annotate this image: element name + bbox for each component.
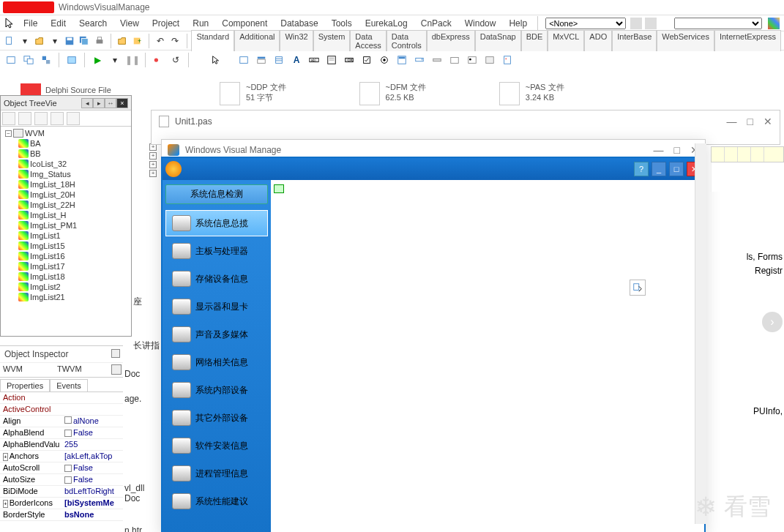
comp-memo[interactable] — [324, 52, 340, 68]
property-row[interactable]: AlphaBlendValu255 — [0, 439, 123, 451]
sidebar-item[interactable]: 显示器和显卡 — [165, 293, 268, 320]
menu-eurekalog[interactable]: EurekaLog — [359, 17, 414, 30]
save-button[interactable] — [63, 33, 76, 49]
property-row[interactable]: +BorderIcons[biSystemMe — [0, 498, 123, 509]
property-row[interactable]: BiDiModebdLeftToRight — [0, 486, 123, 498]
property-row[interactable]: ActiveControl — [0, 404, 123, 416]
tool-icon[interactable] — [630, 18, 642, 29]
tree-node[interactable]: Img_Status — [2, 169, 130, 179]
comp-combobox[interactable] — [411, 52, 428, 68]
tree-prev-button[interactable]: ◂ — [81, 98, 93, 108]
undo-button[interactable]: ↶ — [154, 33, 167, 49]
comp-frame[interactable] — [236, 52, 252, 68]
tree-node[interactable]: IcoList_32 — [2, 159, 130, 169]
saveall-button[interactable] — [78, 33, 91, 49]
palette-tab[interactable]: WebServices — [657, 30, 714, 51]
open-dropdown[interactable]: ▾ — [48, 33, 61, 49]
sidebar-item[interactable]: 系统信息总揽 — [165, 210, 268, 236]
tree-node[interactable]: ImgList1 — [2, 231, 130, 241]
palette-tab[interactable]: Data Controls — [387, 30, 427, 51]
redo-button[interactable]: ↷ — [168, 33, 182, 49]
config-combo[interactable]: <None> — [545, 18, 626, 29]
right-combo[interactable] — [674, 18, 762, 29]
chevron-down-icon[interactable] — [111, 364, 122, 375]
tree-tool[interactable] — [18, 112, 31, 125]
open-button[interactable] — [33, 33, 46, 49]
run-button[interactable]: ▶ — [89, 52, 105, 68]
tree-close-button[interactable]: × — [116, 98, 128, 108]
comp-mainmenu[interactable] — [253, 52, 269, 68]
pointer-tool[interactable] — [208, 52, 224, 68]
palette-tab[interactable]: MxVCL — [548, 30, 584, 51]
new-button[interactable] — [3, 33, 16, 49]
tool-icon[interactable] — [751, 147, 764, 162]
sidebar-item[interactable]: 存储设备信息 — [165, 266, 268, 292]
tree-node[interactable]: ImgList15 — [2, 241, 130, 251]
inspector-object-combo[interactable]: WVM TWVM — [0, 363, 123, 378]
fold-button[interactable]: + — [149, 170, 157, 177]
menu-edit[interactable]: Edit — [45, 17, 72, 30]
palette-tab[interactable]: dbExpress — [427, 30, 475, 51]
palette-tab[interactable]: BDE — [521, 30, 548, 51]
comp-label[interactable]: A — [288, 52, 305, 68]
help-button[interactable]: ? — [634, 162, 649, 176]
step-button[interactable] — [150, 52, 166, 68]
tree-body[interactable]: −WVM BABBIcoList_32Img_StatusImgList_18H… — [1, 127, 131, 339]
menu-search[interactable]: Search — [73, 17, 113, 30]
folder-button[interactable] — [116, 33, 129, 49]
comp-radio[interactable] — [376, 52, 392, 68]
component-icon[interactable] — [630, 280, 646, 296]
property-row[interactable]: Action — [0, 392, 123, 404]
tree-node[interactable]: ImgList18 — [2, 271, 130, 282]
new-dropdown[interactable]: ▾ — [18, 33, 31, 49]
comp-panel[interactable] — [482, 52, 498, 68]
maximize-button[interactable]: □ — [669, 162, 684, 176]
tree-node[interactable]: BB — [2, 149, 130, 159]
comp-checkbox[interactable] — [359, 52, 375, 68]
sidebar-item[interactable]: 进程管理信息 — [165, 460, 268, 487]
sidebar-item[interactable]: 其它外部设备 — [165, 405, 268, 431]
sidebar-item[interactable]: 系统性能建议 — [165, 488, 268, 514]
tree-node[interactable]: BA — [2, 138, 130, 149]
palette-tab-standard[interactable]: Standard — [191, 30, 234, 51]
property-row[interactable]: BorderStylebsNone — [0, 509, 123, 521]
menu-cnpack[interactable]: CnPack — [415, 17, 458, 30]
comp-listbox[interactable] — [394, 52, 410, 68]
app-titlebar[interactable]: ? _ □ ✕ — [163, 158, 704, 180]
scroll-right-button[interactable]: › — [762, 312, 783, 332]
tree-tool[interactable] — [34, 112, 48, 125]
editor-titlebar[interactable]: Unit1.pas — □ ✕ — [152, 110, 780, 132]
file-item-ddp[interactable]: ~DDP 文件51 字节 — [220, 82, 286, 111]
tab-events[interactable]: Events — [50, 379, 88, 391]
sidebar-item[interactable]: 主板与处理器 — [165, 238, 268, 264]
property-row[interactable]: AutoScrollFalse — [0, 462, 123, 474]
run-dropdown[interactable]: ▾ — [107, 52, 123, 68]
minimize-button[interactable]: _ — [652, 162, 666, 176]
palette-tab[interactable]: ADO — [584, 30, 612, 51]
palette-tab[interactable]: System — [313, 30, 351, 51]
palette-tab[interactable]: DataSnap — [475, 30, 521, 51]
tree-node[interactable]: ImgList16 — [2, 251, 130, 261]
sidebar-item[interactable]: 软件安装信息 — [165, 432, 268, 459]
tool-icon[interactable] — [712, 147, 725, 162]
tool-icon[interactable] — [645, 18, 657, 29]
menu-database[interactable]: Database — [275, 17, 324, 30]
print-button[interactable] — [93, 33, 106, 49]
menu-file[interactable]: File — [18, 17, 43, 30]
pause-button[interactable]: ❚❚ — [124, 52, 141, 68]
tree-node[interactable]: ImgList_22H — [2, 200, 130, 210]
tree-next-button[interactable]: ▸ — [93, 98, 105, 108]
menu-help[interactable]: Help — [503, 17, 533, 30]
comp-actionlist[interactable] — [499, 52, 515, 68]
menu-component[interactable]: Component — [216, 17, 273, 30]
inspector-dropdown[interactable] — [111, 349, 120, 358]
tree-node[interactable]: ImgList_18H — [2, 179, 130, 190]
tree-tool[interactable] — [51, 112, 64, 125]
property-row[interactable]: +Anchors[akLeft,akTop — [0, 451, 123, 462]
comp-groupbox[interactable] — [447, 52, 463, 68]
tree-node[interactable]: ImgList_H — [2, 210, 130, 220]
tree-node[interactable]: ImgList17 — [2, 261, 130, 271]
comp-radiogroup[interactable] — [464, 52, 480, 68]
window-button[interactable] — [64, 52, 80, 68]
tree-tool[interactable] — [2, 112, 15, 125]
